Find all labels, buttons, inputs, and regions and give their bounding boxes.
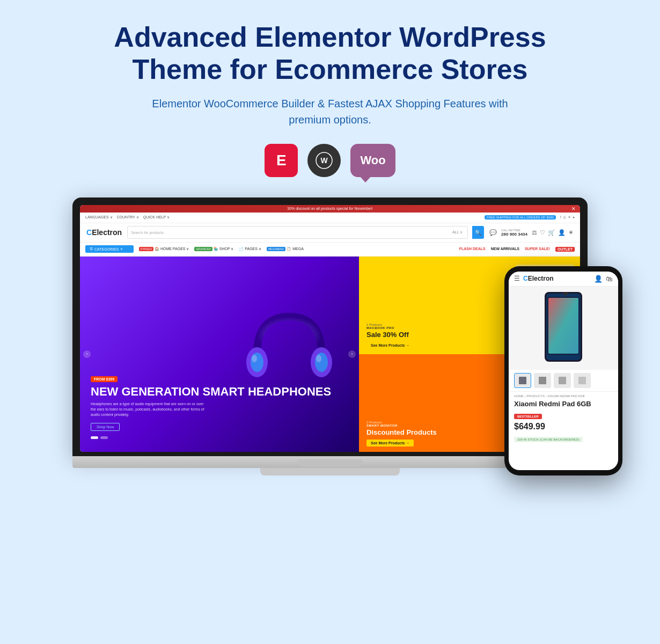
pinterest-icon[interactable]: ● (573, 215, 575, 219)
instagram-icon[interactable]: ◎ (563, 215, 566, 219)
thumbnail-4[interactable] (574, 373, 591, 388)
mobile-bestseller-badge: BESTSELLER (514, 414, 542, 419)
social-icons: f ◎ ✦ ● (560, 215, 575, 219)
svg-rect-34 (578, 377, 586, 384)
account-icon[interactable]: 👤 (558, 229, 566, 236)
svg-rect-24 (548, 298, 578, 354)
page-subtitle: Elementor WooCommerce Builder & Fastest … (148, 96, 512, 128)
mobile-cart-icon[interactable]: 🛍 (606, 275, 613, 283)
thumbnail-3[interactable] (554, 373, 571, 388)
laptop-stand (260, 468, 400, 475)
svg-rect-30 (539, 377, 546, 384)
slider-next[interactable]: › (348, 350, 356, 358)
theme-icon[interactable]: ☀ (568, 229, 574, 236)
svg-point-8 (316, 355, 321, 362)
slider-prev[interactable]: ‹ (83, 350, 91, 358)
mobile-thumbnails (509, 370, 618, 392)
quick-help-dropdown[interactable]: QUICK HELP ∨ (143, 215, 170, 219)
site-nav-right: FLASH DEALS NEW ARRIVALS SUPER SALE! OUT… (459, 247, 575, 252)
slide-dot-2[interactable] (100, 436, 108, 439)
woocommerce-icon: Woo (350, 144, 395, 177)
menu-item-pages[interactable]: 📄 PAGES ∨ (239, 247, 261, 251)
slide-dot-1[interactable] (91, 436, 98, 439)
mobile-logo[interactable]: CElectron (523, 275, 554, 282)
mobile-header: ☰ CElectron 👤 🛍 (509, 272, 618, 287)
facebook-icon[interactable]: f (560, 215, 561, 219)
search-bar[interactable]: Search for products ALL ∨ (127, 226, 468, 239)
compare-icon[interactable]: ⚖ (532, 229, 537, 236)
mobile-header-actions: 👤 🛍 (594, 275, 613, 283)
site-header: CElectron Search for products ALL ∨ 🔍 💬 … (80, 223, 580, 243)
whatsapp-icon[interactable]: 💬 (489, 229, 497, 236)
country-dropdown[interactable]: COUNTRY ∨ (117, 215, 139, 219)
close-icon[interactable]: ✕ (571, 206, 576, 211)
super-sale-link[interactable]: SUPER SALE! (525, 247, 550, 252)
thumbnail-2[interactable] (534, 373, 551, 388)
mobile-menu-icon[interactable]: ☰ (514, 275, 520, 282)
banner-description: Headphones are a type of audio equipment… (91, 401, 209, 417)
site-logo[interactable]: CElectron (86, 228, 122, 237)
svg-rect-32 (559, 377, 566, 384)
outlet-link[interactable]: OUTLET (555, 247, 575, 252)
mobile-account-icon[interactable]: 👤 (594, 275, 603, 283)
languages-dropdown[interactable]: LANGUAGES ∨ (85, 215, 113, 219)
svg-point-4 (251, 353, 263, 372)
search-button[interactable]: 🔍 (472, 226, 484, 239)
price-badge: FROM $399 (91, 376, 118, 382)
new-arrivals-link[interactable]: NEW ARRIVALS (491, 247, 519, 252)
promo2-button[interactable]: See More Products → (366, 440, 414, 447)
header-action-icons: ⚖ ♡ 🛒 👤 ☀ (532, 229, 574, 236)
tech-icons-row: E W Woo (265, 144, 395, 177)
mobile-product-title: Xiaomi Redmi Pad 6GB (509, 399, 618, 410)
twitter-icon[interactable]: ✦ (568, 215, 571, 219)
svg-text:W: W (321, 156, 328, 165)
menu-item-mega[interactable]: MEGAMENU 📋 MEGA (267, 247, 304, 251)
devices-section: 30% discount on all products special for… (48, 197, 612, 475)
page-title: Advanced Elementor WordPress Theme for E… (89, 21, 571, 86)
wishlist-icon[interactable]: ♡ (540, 229, 545, 236)
categories-button[interactable]: ☰ CATEGORIES ∨ (85, 245, 134, 253)
menu-item-home[interactable]: 8 PAGES 🏠 HOME PAGES ∨ (139, 247, 189, 251)
slider-dots (91, 436, 348, 439)
promo1-button[interactable]: See More Products → (366, 342, 414, 349)
header-right: 💬 CALL ANYTIME 280 900 3434 ⚖ ♡ 🛒 👤 ☀ (489, 229, 574, 237)
product-image-illustration (531, 289, 596, 367)
search-filter[interactable]: ALL ∨ (452, 230, 463, 235)
laptop-notch (298, 459, 362, 467)
svg-point-6 (315, 353, 328, 372)
cart-icon[interactable]: 🛒 (548, 229, 555, 236)
elementor-icon: E (265, 144, 298, 177)
mobile-mockup: ☰ CElectron 👤 🛍 (504, 266, 622, 475)
wordpress-icon: W (307, 144, 341, 177)
svg-point-7 (252, 355, 257, 362)
menu-items: 8 PAGES 🏠 HOME PAGES ∨ ADVANCED 🏪 SHOP ∨… (139, 247, 304, 251)
phone-number: 280 900 3434 (501, 232, 527, 237)
site-nav-top: LANGUAGES ∨ COUNTRY ∨ QUICK HELP ∨ FREE … (80, 213, 580, 223)
flash-deals-link[interactable]: FLASH DEALS (459, 247, 486, 252)
headphone-image (236, 301, 343, 408)
mobile-product-image (509, 287, 618, 370)
mobile-price: $649.99 (509, 422, 618, 433)
mobile-breadcrumb: HOME › PRODUCTS › XIAOMI REDMI PAD 6GB (509, 392, 618, 399)
hero-banner: ‹ › (80, 257, 359, 452)
svg-point-26 (565, 293, 567, 295)
site-menu-bar: ☰ CATEGORIES ∨ 8 PAGES 🏠 HOME PAGES ∨ AD… (80, 243, 580, 257)
mobile-stock-badge: 100 IN STOCK (CAN BE BACKORDERED) (514, 437, 583, 442)
search-placeholder: Search for products (131, 231, 452, 235)
menu-item-shop[interactable]: ADVANCED 🏪 SHOP ∨ (194, 247, 233, 251)
svg-rect-28 (519, 377, 526, 384)
shop-now-button[interactable]: Shop Now (91, 423, 120, 431)
site-announcement-bar: 30% discount on all products special for… (80, 205, 580, 213)
thumbnail-1[interactable] (514, 373, 531, 388)
shipping-badge: FREE SHIPPING FOR ALL ORDERS OF $340 (485, 215, 556, 219)
